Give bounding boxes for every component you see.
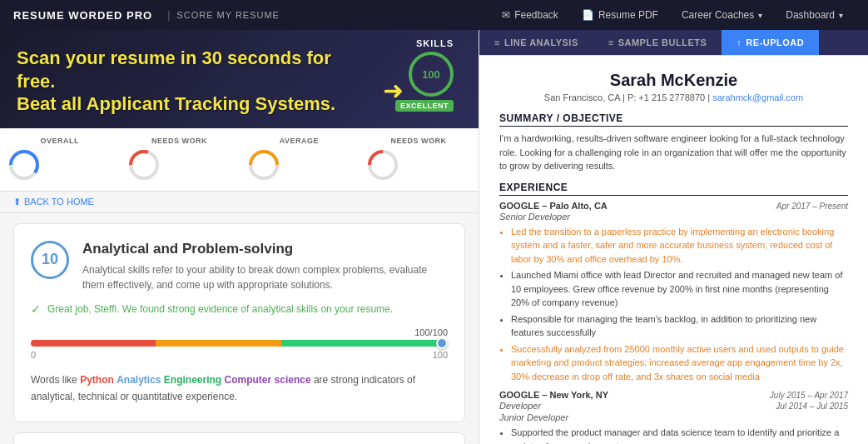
- score-my-label: SCORE MY RESUME: [176, 10, 280, 20]
- main-layout: Scan your resume in 30 seconds for free.…: [0, 30, 868, 444]
- bullet-item: Launched Miami office with lead Director…: [511, 268, 848, 310]
- score-bar-value: 100/100: [31, 327, 448, 337]
- experience-section-title: EXPERIENCE: [499, 182, 848, 196]
- brand-logo: RESUME WORDED PRO: [13, 9, 152, 22]
- bullet-item: Supported the product manager and data s…: [511, 426, 848, 444]
- summary-section-title: SUMMARY / OBJECTIVE: [499, 112, 848, 127]
- job-1-title: Senior Developer: [499, 212, 848, 222]
- word-highlights: Words like Python Analytics Engineering …: [31, 372, 448, 406]
- job-2-bullets: Supported the product manager and data s…: [499, 426, 848, 444]
- needs-work-score-2: NEEDS WORK: [359, 133, 479, 186]
- tab-bar: ≡ LINE ANALYSIS ≡ SAMPLE BULLETS ↑ RE-UP…: [479, 30, 868, 56]
- tab-line-analysis[interactable]: ≡ LINE ANALYSIS: [479, 30, 593, 55]
- skills-label: SKILLS: [416, 38, 454, 48]
- resume-content: Sarah McKenzie San Francisco, CA | P: +1…: [479, 56, 868, 444]
- skill-card-info: Analytical and Problem-solving Analytica…: [82, 241, 448, 292]
- needs-work-score-1: NEEDS WORK: [120, 133, 240, 186]
- resume-contact: San Francisco, CA | P: +1 215 2778870 | …: [499, 92, 848, 102]
- skill-card: 10 Analytical and Problem-solving Analyt…: [13, 223, 465, 423]
- arrow-icon: ➜: [383, 76, 404, 105]
- job-2-title: Developer: [499, 401, 541, 411]
- sample-bullets-icon: ≡: [608, 37, 614, 47]
- dashboard-menu[interactable]: Dashboard: [774, 0, 855, 30]
- tab-re-upload[interactable]: ↑ RE-UPLOAD: [722, 30, 819, 55]
- job-1-company: GOOGLE – Palo Alto, CA: [499, 201, 608, 211]
- skill-card-description: Analytical skills refer to your ability …: [82, 262, 448, 292]
- tab-sample-bullets[interactable]: ≡ SAMPLE BULLETS: [593, 30, 722, 55]
- skill-card-title: Analytical and Problem-solving: [82, 241, 448, 257]
- job-1-header: GOOGLE – Palo Alto, CA Apr 2017 – Presen…: [499, 201, 848, 211]
- skill-score-badge: 10: [31, 241, 69, 279]
- score-bar-container: 100/100 0 100: [31, 327, 448, 360]
- job-2-header: GOOGLE – New York, NY July 2015 – Apr 20…: [499, 390, 848, 400]
- job-2-date: July 2015 – Apr 2017: [770, 391, 848, 400]
- highlight-computer-science: Computer science: [225, 374, 311, 386]
- skills-score-circle: 100: [409, 52, 454, 97]
- average-score: AVERAGE: [240, 133, 360, 186]
- check-message: ✓ Great job, Steffi. We found strong evi…: [31, 302, 448, 316]
- pdf-icon: 📄: [582, 9, 594, 21]
- highlight-engineering: Engineering: [164, 374, 221, 386]
- job-1-bullets: Led the transition to a paperless practi…: [499, 225, 848, 384]
- left-panel: Scan your resume in 30 seconds for free.…: [0, 30, 479, 444]
- top-navigation: RESUME WORDED PRO | SCORE MY RESUME ✉ Fe…: [0, 0, 868, 30]
- feedback-icon: ✉: [502, 9, 510, 21]
- job-2-subtitle-row: Developer Jul 2014 – Jul 2015: [499, 401, 848, 412]
- score-bar-indicator: [436, 337, 448, 349]
- overall-score: OVERALL: [0, 133, 120, 186]
- line-analysis-icon: ≡: [494, 37, 500, 47]
- hero-text: Scan your resume in 30 seconds for free.…: [17, 47, 341, 116]
- hero-banner: Scan your resume in 30 seconds for free.…: [0, 30, 479, 128]
- needswork-arc-1: [126, 147, 161, 182]
- job-2-company: GOOGLE – New York, NY: [499, 390, 608, 400]
- right-panel: ≡ LINE ANALYSIS ≡ SAMPLE BULLETS ↑ RE-UP…: [479, 30, 868, 444]
- average-arc: [246, 147, 281, 182]
- resume-pdf-button[interactable]: 📄 Resume PDF: [570, 0, 670, 30]
- re-upload-icon: ↑: [737, 37, 742, 47]
- score-bar-track: [31, 340, 448, 347]
- career-coaches-menu[interactable]: Career Coaches: [670, 0, 774, 30]
- job-2-date2: Jul 2014 – Jul 2015: [776, 402, 848, 411]
- excellent-badge: EXCELLENT: [395, 100, 454, 112]
- needswork-arc-2: [365, 147, 400, 182]
- score-bars-row: OVERALL NEEDS WORK AVERAGE: [0, 128, 479, 192]
- resume-email[interactable]: sarahmck@gmail.com: [712, 92, 803, 102]
- bullet-item: Successfully analyzed from 25000 monthly…: [511, 342, 848, 384]
- bullet-item: Led the transition to a paperless practi…: [511, 225, 848, 267]
- summary-text: I'm a hardworking, results-driven softwa…: [499, 132, 848, 173]
- highlight-python: Python: [80, 374, 114, 386]
- job-2-subtitle: Junior Developer: [499, 412, 848, 422]
- bullet-item: Responsible for managing the team's back…: [511, 312, 848, 340]
- back-home-link[interactable]: ⬆ BACK TO HOME: [0, 192, 479, 213]
- overall-arc: [7, 147, 42, 182]
- skill-card-header: 10 Analytical and Problem-solving Analyt…: [31, 241, 448, 292]
- examples-section: ≡ EXAMPLES Process improvement & technic…: [13, 432, 465, 444]
- nav-separator: |: [167, 9, 170, 21]
- score-bar-labels: 0 100: [31, 350, 448, 360]
- resume-name: Sarah McKenzie: [499, 71, 848, 90]
- back-arrow-icon: ⬆: [13, 197, 21, 207]
- feedback-button[interactable]: ✉ Feedback: [490, 0, 570, 30]
- skills-score-area: SKILLS 100 EXCELLENT: [395, 38, 454, 112]
- highlight-analytics: Analytics: [117, 374, 161, 386]
- checkmark-icon: ✓: [31, 302, 41, 316]
- job-1-date: Apr 2017 – Present: [776, 202, 848, 211]
